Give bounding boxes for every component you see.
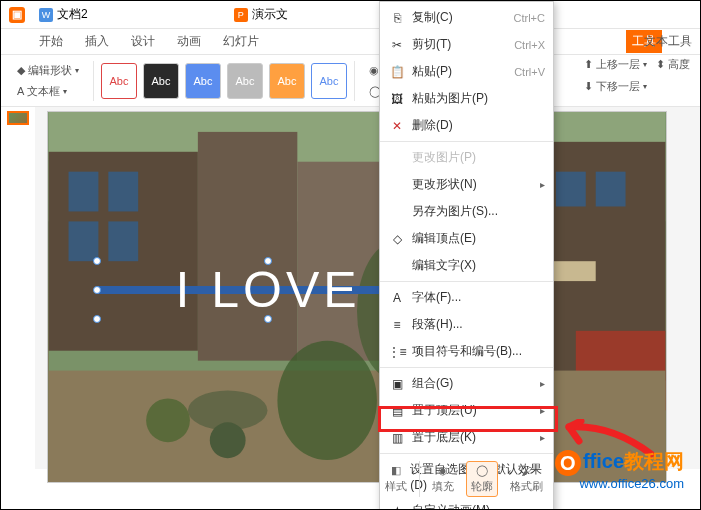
anim-icon: ★ — [388, 504, 406, 511]
ctx-paste-pic[interactable]: 🖼粘贴为图片(P) — [380, 85, 553, 112]
doc-tab-2[interactable]: P 演示文 — [226, 6, 296, 23]
bottom-layer-icon: ▥ — [388, 431, 406, 445]
down-layer-icon: ⬇ — [584, 80, 593, 93]
svg-point-17 — [277, 341, 376, 460]
ribbon-tabs: 开始 插入 设计 动画 幻灯片 — [1, 29, 700, 55]
bottom-outline[interactable]: ◯轮廓 — [466, 461, 498, 497]
tab-start[interactable]: 开始 — [29, 29, 73, 54]
watermark-o-icon: O — [555, 450, 581, 476]
ctx-delete[interactable]: ✕删除(D) — [380, 112, 553, 139]
svg-point-19 — [146, 398, 190, 442]
ctx-to-bottom[interactable]: ▥置于底层(K)▸ — [380, 424, 553, 451]
tab-anim[interactable]: 动画 — [167, 29, 211, 54]
bottom-format-painter[interactable]: 🖌格式刷 — [506, 463, 547, 496]
svg-rect-3 — [69, 172, 99, 212]
thumbnail-panel — [1, 107, 35, 469]
style-preset-2[interactable]: Abc — [143, 63, 179, 99]
copy-icon: ⎘ — [388, 11, 406, 25]
svg-rect-12 — [596, 172, 626, 207]
ctx-edit-text[interactable]: 编辑文字(X) — [380, 252, 553, 279]
edit-shape-icon: ◆ — [17, 64, 25, 77]
ctx-paste[interactable]: 📋粘贴(P)Ctrl+V — [380, 58, 553, 85]
svg-rect-5 — [69, 221, 99, 261]
tab-slide[interactable]: 幻灯片 — [213, 29, 269, 54]
ppt-doc-icon: P — [234, 8, 248, 22]
bullets-icon: ⋮≡ — [388, 345, 406, 359]
top-layer-icon: ▤ — [388, 404, 406, 418]
outline-icon2: ◯ — [476, 464, 488, 477]
ctx-save-as-pic[interactable]: 另存为图片(S)... — [380, 198, 553, 225]
down-layer-button[interactable]: ⬇下移一层▾ — [580, 77, 694, 96]
ctx-copy[interactable]: ⎘复制(C)Ctrl+C — [380, 4, 553, 31]
cut-icon: ✂ — [388, 38, 406, 52]
height-icon: ⬍ — [656, 58, 665, 71]
ctx-bullets[interactable]: ⋮≡项目符号和编号(B)... — [380, 338, 553, 365]
svg-rect-4 — [108, 172, 138, 212]
ctx-change-shape[interactable]: 更改形状(N)▸ — [380, 171, 553, 198]
ctx-font[interactable]: A字体(F)... — [380, 284, 553, 311]
doc-tab-1[interactable]: W 文档2 — [31, 6, 96, 23]
ctx-paragraph[interactable]: ≡段落(H)... — [380, 311, 553, 338]
slide-canvas[interactable]: I LOVE — [47, 111, 667, 483]
titlebar: ▣ W 文档2 P 演示文 — [1, 1, 700, 29]
bottom-style[interactable]: ◧样式 — [381, 462, 411, 496]
bottom-toolbar: ◧样式 ◉填充 ◯轮廓 🖌格式刷 — [381, 461, 547, 497]
ctx-change-pic: 更改图片(P) — [380, 144, 553, 171]
fill-icon: ◉ — [369, 64, 379, 77]
style-preset-1[interactable]: Abc — [101, 63, 137, 99]
svg-rect-7 — [198, 132, 297, 361]
font-icon: A — [388, 291, 406, 305]
vertex-icon: ◇ — [388, 232, 406, 246]
app-icon: ▣ — [9, 7, 25, 23]
style-preset-6[interactable]: Abc — [311, 63, 347, 99]
doc-tab-1-label: 文档2 — [57, 6, 88, 23]
ctx-edit-vertex[interactable]: ◇编辑顶点(E) — [380, 225, 553, 252]
paste-pic-icon: 🖼 — [388, 92, 406, 106]
watermark: Office教程网 www.office26.com — [555, 448, 684, 491]
right-tools: ⬆上移一层▾⬍高度 ⬇下移一层▾ — [580, 55, 694, 96]
textbox-button[interactable]: A文本框▾ — [13, 82, 83, 101]
delete-icon: ✕ — [388, 119, 406, 133]
up-layer-icon: ⬆ — [584, 58, 593, 71]
ctx-custom-anim[interactable]: ★自定义动画(M) — [380, 497, 553, 510]
edit-shape-button[interactable]: ◆编辑形状▾ — [13, 61, 83, 80]
textbox-icon: A — [17, 85, 24, 97]
ctx-to-top[interactable]: ▤置于顶层(U)▸ — [380, 397, 553, 424]
style-icon: ◧ — [391, 464, 401, 477]
fill-icon2: ◉ — [438, 464, 448, 477]
style-preset-4[interactable]: Abc — [227, 63, 263, 99]
style-preset-5[interactable]: Abc — [269, 63, 305, 99]
bottom-fill[interactable]: ◉填充 — [428, 462, 458, 496]
up-layer-button[interactable]: ⬆上移一层▾⬍高度 — [580, 55, 694, 74]
group-icon: ▣ — [388, 377, 406, 391]
paste-icon: 📋 — [388, 65, 406, 79]
slide-thumbnail-1[interactable] — [7, 111, 29, 125]
context-menu: ⎘复制(C)Ctrl+C ✂剪切(T)Ctrl+X 📋粘贴(P)Ctrl+V 🖼… — [379, 1, 554, 510]
svg-rect-6 — [108, 221, 138, 261]
tab-insert[interactable]: 插入 — [75, 29, 119, 54]
tab-texttools[interactable]: 文本工具 — [636, 30, 700, 53]
ctx-group[interactable]: ▣组合(G)▸ — [380, 370, 553, 397]
word-doc-icon: W — [39, 8, 53, 22]
doc-tab-2-label: 演示文 — [252, 6, 288, 23]
watermark-url: www.office26.com — [555, 476, 684, 491]
ctx-cut[interactable]: ✂剪切(T)Ctrl+X — [380, 31, 553, 58]
svg-rect-11 — [556, 172, 586, 207]
paragraph-icon: ≡ — [388, 318, 406, 332]
tab-design[interactable]: 设计 — [121, 29, 165, 54]
slide-text: I LOVE — [175, 261, 360, 319]
workspace: I LOVE — [1, 107, 700, 469]
svg-point-20 — [210, 422, 246, 458]
painter-icon: 🖌 — [521, 465, 532, 477]
style-preset-3[interactable]: Abc — [185, 63, 221, 99]
